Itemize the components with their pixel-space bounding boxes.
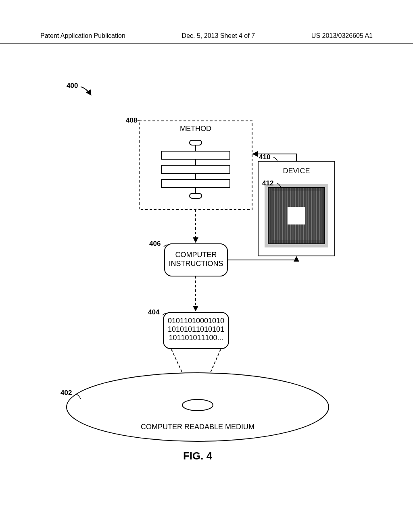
- device-label: DEVICE: [283, 167, 310, 175]
- svg-rect-9: [190, 193, 202, 198]
- chip-412: [268, 187, 325, 244]
- binary-l1: 01011010001010: [168, 317, 224, 325]
- instructions-l2: INSTRUCTIONS: [169, 260, 223, 268]
- medium-disc-hole: [182, 399, 213, 411]
- ref-410-tick: [273, 157, 277, 161]
- svg-rect-5: [161, 165, 230, 173]
- svg-rect-3: [161, 151, 230, 159]
- svg-rect-12: [288, 207, 305, 224]
- medium-label: COMPUTER READABLE MEDIUM: [141, 423, 254, 431]
- ref-412: 412: [262, 179, 273, 187]
- binary-l3: 101101011100...: [169, 334, 223, 342]
- instructions-l1: COMPUTER: [175, 251, 217, 259]
- binary-l2: 10101011010101: [168, 325, 224, 333]
- patent-figure: 400 METHOD 408 DEVICE 410 412 COMPUTER I…: [0, 0, 413, 532]
- ref-404: 404: [148, 308, 160, 316]
- arrow-instructions-to-device: [227, 257, 296, 260]
- ref-406: 406: [149, 240, 161, 247]
- svg-rect-1: [190, 140, 202, 145]
- ref-408: 408: [126, 116, 137, 124]
- svg-rect-7: [161, 179, 230, 187]
- ref-400: 400: [67, 82, 78, 89]
- method-flowchart: [161, 140, 230, 198]
- ref-402: 402: [60, 389, 72, 397]
- figure-caption: FIG. 4: [183, 450, 213, 462]
- ref-400-arrow: [81, 87, 91, 95]
- method-label: METHOD: [180, 125, 211, 133]
